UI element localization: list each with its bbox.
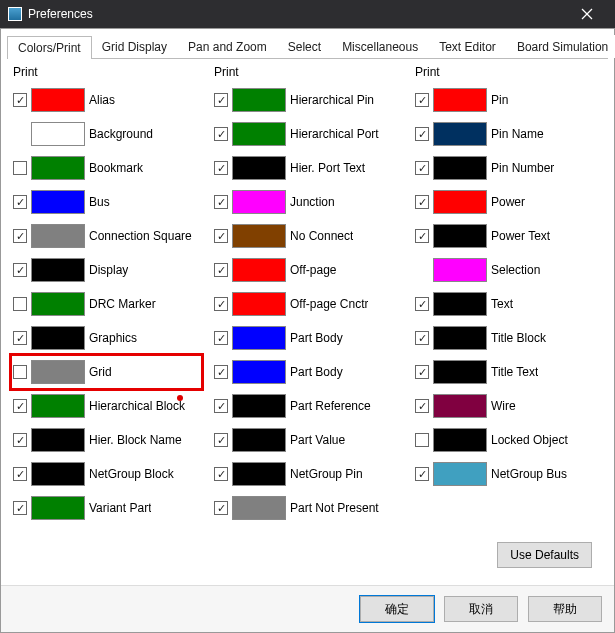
cancel-button[interactable]: 取消 — [444, 596, 518, 622]
print-checkbox[interactable]: ✓ — [13, 501, 27, 515]
print-checkbox[interactable]: ✓ — [13, 331, 27, 345]
print-checkbox[interactable]: ✓ — [13, 195, 27, 209]
color-swatch[interactable] — [232, 394, 286, 418]
color-swatch[interactable] — [433, 88, 487, 112]
print-checkbox[interactable]: ✓ — [13, 433, 27, 447]
print-checkbox[interactable]: ✓ — [415, 297, 429, 311]
print-checkbox[interactable]: ✓ — [214, 93, 228, 107]
color-swatch[interactable] — [31, 496, 85, 520]
color-swatch[interactable] — [31, 258, 85, 282]
column-header: Print — [11, 65, 202, 79]
color-swatch[interactable] — [232, 462, 286, 486]
color-swatch[interactable] — [433, 326, 487, 350]
color-swatch[interactable] — [232, 360, 286, 384]
print-checkbox[interactable]: ✓ — [214, 331, 228, 345]
tab-select[interactable]: Select — [277, 35, 332, 58]
color-swatch[interactable] — [433, 156, 487, 180]
print-checkbox[interactable]: ✓ — [13, 93, 27, 107]
color-swatch[interactable] — [31, 88, 85, 112]
print-checkbox[interactable]: ✓ — [415, 365, 429, 379]
color-label: Part Not Present — [290, 501, 379, 515]
color-swatch[interactable] — [232, 156, 286, 180]
tab-colors-print[interactable]: Colors/Print — [7, 36, 92, 59]
color-swatch[interactable] — [31, 190, 85, 214]
print-checkbox[interactable]: ✓ — [415, 331, 429, 345]
color-row: ✓Display — [11, 253, 202, 287]
ok-button[interactable]: 确定 — [360, 596, 434, 622]
color-swatch[interactable] — [31, 428, 85, 452]
color-row: ✓Pin — [413, 83, 604, 117]
color-row: ✓Hierarchical Pin — [212, 83, 403, 117]
color-swatch[interactable] — [232, 292, 286, 316]
print-checkbox[interactable] — [13, 297, 27, 311]
color-label: Hier. Block Name — [89, 433, 182, 447]
color-swatch[interactable] — [232, 224, 286, 248]
use-defaults-button[interactable]: Use Defaults — [497, 542, 592, 568]
print-checkbox[interactable]: ✓ — [13, 263, 27, 277]
color-swatch[interactable] — [232, 122, 286, 146]
color-swatch[interactable] — [232, 88, 286, 112]
print-checkbox[interactable]: ✓ — [214, 263, 228, 277]
tab-grid-display[interactable]: Grid Display — [91, 35, 178, 58]
print-checkbox[interactable]: ✓ — [214, 195, 228, 209]
print-checkbox[interactable]: ✓ — [214, 229, 228, 243]
tab-miscellaneous[interactable]: Miscellaneous — [331, 35, 429, 58]
color-swatch[interactable] — [433, 462, 487, 486]
print-checkbox[interactable]: ✓ — [214, 501, 228, 515]
color-row: Grid — [11, 355, 202, 389]
color-swatch[interactable] — [31, 326, 85, 350]
print-checkbox[interactable]: ✓ — [214, 433, 228, 447]
color-row: ✓Part Reference — [212, 389, 403, 423]
color-swatch[interactable] — [31, 156, 85, 180]
color-swatch[interactable] — [433, 360, 487, 384]
print-checkbox[interactable]: ✓ — [214, 365, 228, 379]
color-label: Hierarchical Pin — [290, 93, 374, 107]
color-swatch[interactable] — [31, 292, 85, 316]
color-swatch[interactable] — [433, 258, 487, 282]
color-swatch[interactable] — [433, 394, 487, 418]
color-swatch[interactable] — [433, 292, 487, 316]
color-swatch[interactable] — [232, 190, 286, 214]
print-checkbox[interactable] — [13, 161, 27, 175]
tab-text-editor[interactable]: Text Editor — [428, 35, 507, 58]
print-checkbox[interactable]: ✓ — [415, 195, 429, 209]
print-checkbox[interactable] — [415, 433, 429, 447]
print-checkbox[interactable]: ✓ — [415, 229, 429, 243]
print-checkbox[interactable]: ✓ — [214, 467, 228, 481]
color-swatch[interactable] — [31, 224, 85, 248]
print-checkbox[interactable]: ✓ — [415, 127, 429, 141]
print-checkbox[interactable]: ✓ — [214, 161, 228, 175]
color-label: Off-page Cnctr — [290, 297, 368, 311]
print-checkbox[interactable]: ✓ — [214, 297, 228, 311]
tab-strip: Colors/PrintGrid DisplayPan and ZoomSele… — [7, 35, 608, 59]
print-checkbox[interactable]: ✓ — [214, 127, 228, 141]
color-swatch[interactable] — [31, 462, 85, 486]
print-checkbox[interactable]: ✓ — [415, 467, 429, 481]
print-checkbox[interactable]: ✓ — [13, 399, 27, 413]
print-checkbox[interactable]: ✓ — [13, 229, 27, 243]
color-swatch[interactable] — [232, 326, 286, 350]
color-swatch[interactable] — [433, 122, 487, 146]
print-checkbox[interactable] — [13, 365, 27, 379]
print-checkbox[interactable]: ✓ — [415, 161, 429, 175]
color-swatch[interactable] — [232, 428, 286, 452]
color-row: ✓Graphics — [11, 321, 202, 355]
print-checkbox[interactable]: ✓ — [415, 399, 429, 413]
color-swatch[interactable] — [433, 190, 487, 214]
help-button[interactable]: 帮助 — [528, 596, 602, 622]
print-checkbox[interactable]: ✓ — [13, 467, 27, 481]
color-swatch[interactable] — [31, 360, 85, 384]
print-checkbox[interactable]: ✓ — [415, 93, 429, 107]
color-swatch[interactable] — [232, 258, 286, 282]
color-swatch[interactable] — [232, 496, 286, 520]
tab-pan-and-zoom[interactable]: Pan and Zoom — [177, 35, 278, 58]
color-swatch[interactable] — [433, 428, 487, 452]
close-button[interactable] — [567, 0, 607, 28]
color-row: ✓Junction — [212, 185, 403, 219]
tab-board-simulation[interactable]: Board Simulation — [506, 35, 615, 58]
column-header: Print — [413, 65, 604, 79]
color-swatch[interactable] — [433, 224, 487, 248]
print-checkbox[interactable]: ✓ — [214, 399, 228, 413]
color-swatch[interactable] — [31, 394, 85, 418]
color-swatch[interactable] — [31, 122, 85, 146]
